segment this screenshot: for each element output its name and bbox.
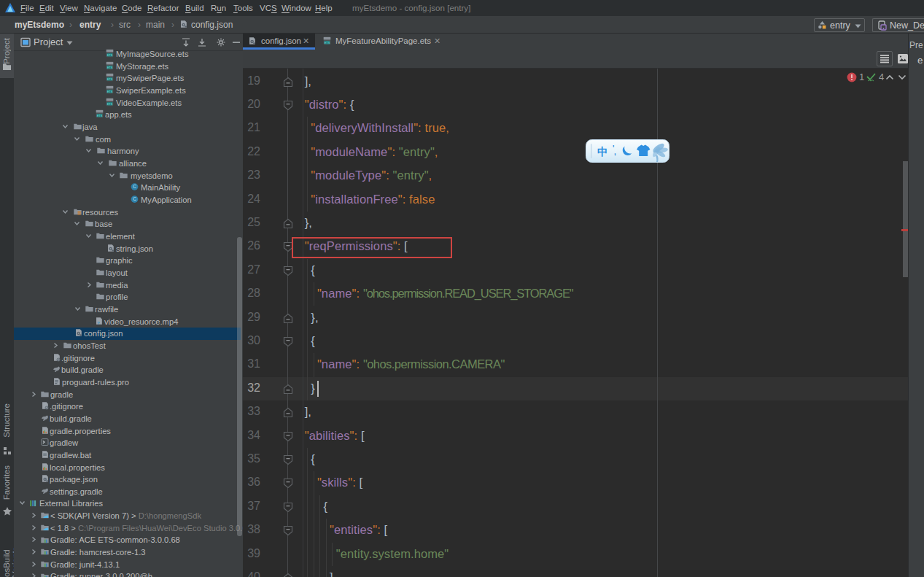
svg-text:ETS: ETS [97,115,103,117]
svg-text:ETS: ETS [325,42,330,44]
svg-text:ETS: ETS [107,103,113,106]
svg-text:,: , [614,148,616,156]
svg-text:ETS: ETS [107,54,113,57]
svg-text:C: C [133,185,136,190]
svg-text:ETS: ETS [107,90,113,93]
svg-text:?: ? [97,320,100,325]
svg-text:ETS: ETS [107,78,113,81]
svg-text:C: C [133,196,136,201]
svg-text:中: 中 [597,146,608,158]
svg-text:ETS: ETS [107,66,113,69]
